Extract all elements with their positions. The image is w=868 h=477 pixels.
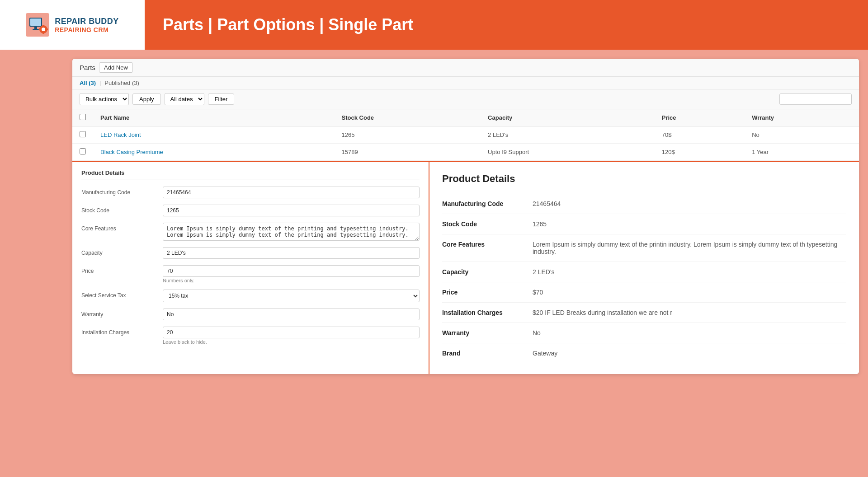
form-field-7[interactable] (163, 327, 420, 338)
row-price-0: 70$ (655, 126, 745, 144)
detail-row-7: Brand Gateway (442, 343, 846, 363)
product-form-panel: Product Details Manufacturing Code Stock… (72, 162, 429, 374)
detail-value-2: Lorem Ipsum is simply dummy text of the … (533, 241, 846, 255)
detail-value-3: 2 LED's (533, 268, 846, 276)
svg-rect-10 (46, 28, 48, 30)
detail-value-0: 21465464 (533, 200, 846, 207)
row-warranty-1: 1 Year (745, 144, 859, 161)
parts-title: Parts (80, 64, 95, 71)
header: REPAIR BUDDY REPAIRING CRM Parts | Part … (0, 0, 868, 50)
col-header-checkbox (72, 109, 93, 126)
select-all-checkbox[interactable] (80, 114, 86, 120)
row-checkbox-1[interactable] (80, 148, 86, 154)
logo-text: REPAIR BUDDY REPAIRING CRM (55, 17, 119, 33)
part-name-link-1[interactable]: Black Casing Premiume (100, 149, 163, 155)
col-header-warranty: Wrranty (745, 109, 859, 126)
form-label-0: Manufacturing Code (81, 187, 154, 196)
form-label-6: Warranty (81, 309, 154, 318)
detail-value-4: $70 (533, 289, 846, 296)
svg-point-6 (42, 28, 45, 31)
product-details-title: Product Details (442, 173, 846, 185)
search-input[interactable] (779, 94, 852, 105)
detail-value-7: Gateway (533, 350, 846, 357)
form-field-0[interactable] (163, 187, 420, 198)
detail-label-0: Manufacturing Code (442, 200, 533, 207)
product-form-title: Product Details (81, 169, 420, 179)
form-row-5: Select Service Tax 15% tax (81, 290, 420, 302)
svg-rect-3 (34, 27, 37, 29)
part-name-link-0[interactable]: LED Rack Joint (100, 131, 141, 138)
tab-separator: | (99, 80, 101, 86)
page-title: Parts | Part Options | Single Part (163, 15, 413, 34)
logo-icon (26, 13, 49, 37)
row-capacity-0: 2 LED's (481, 126, 655, 144)
parts-filter-tabs: All (3) | Published (3) (72, 77, 859, 89)
detail-label-6: Warranty (442, 329, 533, 337)
add-new-button[interactable]: Add New (99, 62, 133, 73)
row-part-name-0: LED Rack Joint (93, 126, 335, 144)
form-label-4: Price (81, 265, 154, 274)
date-filter-select[interactable]: All dates (165, 93, 204, 105)
form-row-4: Price Numbers only. (81, 265, 420, 283)
header-title-area: Parts | Part Options | Single Part (145, 0, 868, 50)
row-capacity-1: Upto I9 Support (481, 144, 655, 161)
product-section: Product Details Manufacturing Code Stock… (72, 161, 859, 374)
parts-table: Part Name Stock Code Capacity Price Wrra… (72, 109, 859, 161)
form-field-2[interactable]: Lorem Ipsum is simply dummy text of the … (163, 223, 420, 241)
filter-button[interactable]: Filter (208, 94, 235, 105)
form-row-7: Installation Charges Leave black to hide… (81, 327, 420, 345)
row-checkbox-cell (72, 144, 93, 161)
detail-row-2: Core Features Lorem Ipsum is simply dumm… (442, 234, 846, 262)
tab-all[interactable]: All (3) (80, 80, 96, 86)
svg-rect-8 (42, 32, 44, 34)
svg-rect-7 (42, 25, 44, 27)
form-field-4[interactable] (163, 265, 420, 277)
form-row-0: Manufacturing Code (81, 187, 420, 198)
col-header-part-name: Part Name (93, 109, 335, 126)
apply-button[interactable]: Apply (132, 94, 161, 105)
bulk-actions-select[interactable]: Bulk actions (80, 93, 129, 105)
logo-name-top: REPAIR BUDDY (55, 17, 119, 26)
detail-label-5: Installation Charges (442, 309, 533, 316)
detail-label-1: Stock Code (442, 220, 533, 228)
detail-row-5: Installation Charges $20 IF LED Breaks d… (442, 303, 846, 323)
table-row: LED Rack Joint 1265 2 LED's 70$ No (72, 126, 859, 144)
parts-actions-bar: Bulk actions Apply All dates Filter (72, 89, 859, 109)
form-row-3: Capacity (81, 247, 420, 259)
detail-row-3: Capacity 2 LED's (442, 262, 846, 282)
content-panel: Parts Add New All (3) | Published (3) Bu… (72, 59, 859, 374)
form-hint-7: Leave black to hide. (163, 339, 420, 345)
row-stock-code-0: 1265 (335, 126, 481, 144)
detail-value-6: No (533, 329, 846, 337)
detail-row-6: Warranty No (442, 323, 846, 343)
row-checkbox-cell (72, 126, 93, 144)
detail-label-7: Brand (442, 350, 533, 357)
logo-name-bottom: REPAIRING CRM (55, 26, 119, 33)
detail-value-5: $20 IF LED Breaks during installation we… (533, 309, 846, 316)
form-row-6: Warranty (81, 309, 420, 320)
col-header-capacity: Capacity (481, 109, 655, 126)
left-spacer (0, 59, 72, 374)
form-label-5: Select Service Tax (81, 290, 154, 299)
row-price-1: 120$ (655, 144, 745, 161)
tab-published[interactable]: Published (3) (104, 80, 139, 86)
col-header-stock-code: Stock Code (335, 109, 481, 126)
form-field-5[interactable]: 15% tax (163, 290, 420, 302)
form-row-1: Stock Code (81, 205, 420, 216)
detail-label-3: Capacity (442, 268, 533, 276)
detail-row-1: Stock Code 1265 (442, 214, 846, 234)
detail-label-2: Core Features (442, 241, 533, 248)
product-details-panel: Product Details Manufacturing Code 21465… (429, 162, 859, 374)
form-field-1[interactable] (163, 205, 420, 216)
main-layout: Parts Add New All (3) | Published (3) Bu… (0, 50, 868, 383)
detail-row-0: Manufacturing Code 21465464 (442, 194, 846, 214)
form-field-3[interactable] (163, 247, 420, 259)
form-label-3: Capacity (81, 247, 154, 256)
form-row-2: Core Features Lorem Ipsum is simply dumm… (81, 223, 420, 241)
detail-value-1: 1265 (533, 220, 846, 228)
row-stock-code-1: 15789 (335, 144, 481, 161)
row-checkbox-0[interactable] (80, 131, 86, 137)
form-field-6[interactable] (163, 309, 420, 320)
svg-rect-2 (30, 19, 41, 26)
table-header-row: Part Name Stock Code Capacity Price Wrra… (72, 109, 859, 126)
